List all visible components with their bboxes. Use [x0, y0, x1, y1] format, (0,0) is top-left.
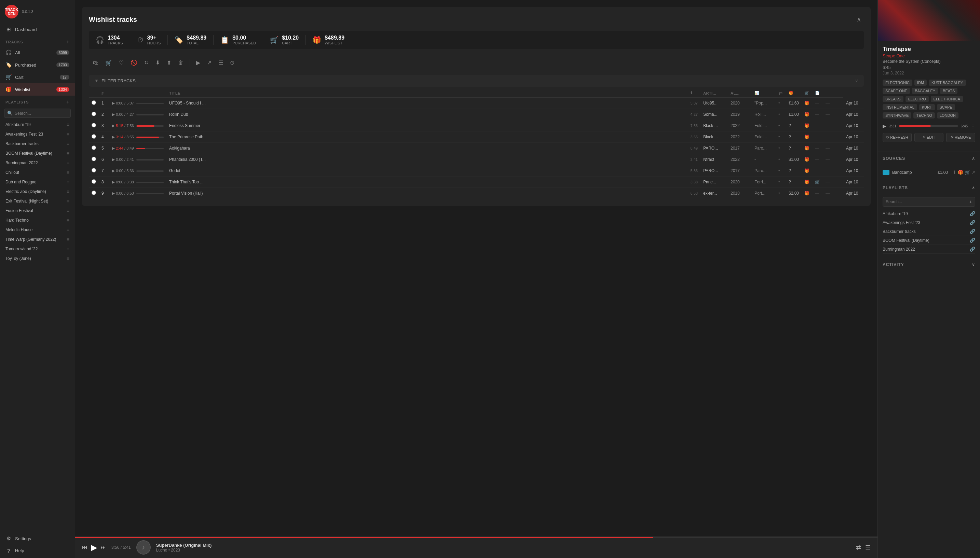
tag[interactable]: ELECTRO: [906, 96, 929, 102]
rp-playlist-item[interactable]: Afrikaburn '19 🔗: [883, 209, 975, 218]
sidebar-item-purchased[interactable]: 🏷️ Purchased 1703: [0, 59, 75, 71]
row-dl-button[interactable]: —: [823, 98, 844, 109]
row-radio[interactable]: [92, 146, 96, 150]
tag[interactable]: BAGGALEY: [912, 88, 938, 94]
rp-playlist-item[interactable]: Burningman 2022 🔗: [883, 245, 975, 254]
remove-track-button[interactable]: ✕ REMOVE: [946, 133, 975, 142]
col-header-album[interactable]: AL...: [728, 88, 752, 98]
row-stats-icon[interactable]: •: [776, 188, 786, 199]
collapse-panel-button[interactable]: ∧: [854, 14, 864, 25]
playlist-item[interactable]: Exit Festival (Night Set) ≡: [0, 196, 75, 206]
row-stats-icon[interactable]: •: [776, 177, 786, 188]
row-stats-icon[interactable]: •: [776, 109, 786, 120]
row-dl-button[interactable]: —: [823, 165, 844, 177]
tag[interactable]: INSTRUMENTAL: [883, 104, 917, 110]
player-progress-bar[interactable]: [75, 537, 878, 538]
playlist-item[interactable]: Electric Zoo (Daytime) ≡: [0, 187, 75, 196]
edit-track-button[interactable]: ✎ EDIT: [914, 133, 944, 142]
row-cart-button[interactable]: —: [812, 165, 823, 177]
row-dl-button[interactable]: —: [823, 120, 844, 131]
row-radio[interactable]: [92, 157, 96, 161]
row-stats-icon[interactable]: •: [776, 143, 786, 154]
row-gift-button[interactable]: 🎁: [802, 165, 812, 177]
tag[interactable]: KURT: [919, 104, 935, 110]
playlist-item[interactable]: Fusion Festival ≡: [0, 206, 75, 215]
add-to-wishlist-button[interactable]: 🛍: [90, 58, 101, 68]
prev-button[interactable]: ⏮: [82, 544, 87, 550]
next-button[interactable]: ⏭: [100, 544, 106, 550]
row-checkbox-cell[interactable]: [89, 177, 99, 188]
rp-playlist-search[interactable]: +: [883, 197, 975, 207]
row-stats-icon[interactable]: •: [776, 120, 786, 131]
rp-playlist-item[interactable]: Backburner tracks 🔗: [883, 227, 975, 236]
row-play-button[interactable]: ▶: [112, 112, 115, 117]
heart-button[interactable]: ♡: [116, 57, 127, 68]
row-artist[interactable]: Black ...: [700, 131, 728, 143]
row-cart-button[interactable]: —: [812, 154, 823, 165]
playlist-item-melodic-house[interactable]: Melodic House ≡: [0, 225, 75, 235]
row-cart-button[interactable]: —: [812, 98, 823, 109]
tag[interactable]: KURT BAGGALEY: [929, 80, 966, 86]
row-play-button[interactable]: ▶: [112, 123, 115, 128]
playlist-item[interactable]: Burningman 2022 ≡: [0, 158, 75, 168]
row-play-button[interactable]: ▶: [112, 168, 115, 173]
row-gift-button[interactable]: 🎁: [802, 143, 812, 154]
row-gift-button[interactable]: 🎁: [802, 177, 812, 188]
playlist-search-box[interactable]: 🔍: [4, 108, 71, 118]
np-play-button[interactable]: ▶: [883, 123, 886, 129]
np-progress-bar[interactable]: [899, 125, 958, 127]
playlist-item[interactable]: ToyToy (June) ≡: [0, 254, 75, 263]
tag[interactable]: SYNTHWAVE: [883, 112, 911, 118]
row-cart-button[interactable]: 🛒: [812, 177, 823, 188]
row-artist[interactable]: ex-ter...: [700, 188, 728, 199]
row-artist[interactable]: Soma...: [700, 109, 728, 120]
sidebar-item-all[interactable]: 🎧 All 3099: [0, 46, 75, 59]
playlist-item[interactable]: Dub and Reggae ≡: [0, 177, 75, 187]
playlist-item[interactable]: Hard Techno ≡: [0, 215, 75, 225]
row-radio[interactable]: [92, 190, 96, 195]
row-checkbox-cell[interactable]: [89, 109, 99, 120]
row-checkbox-cell[interactable]: [89, 98, 99, 109]
add-to-playlist-button[interactable]: +: [969, 199, 972, 205]
tag[interactable]: SCAPE ONE: [883, 88, 910, 94]
row-play-button[interactable]: ▶: [112, 157, 115, 162]
navigate-button[interactable]: ⊙: [227, 57, 237, 68]
row-checkbox-cell[interactable]: [89, 154, 99, 165]
row-gift-button[interactable]: 🎁: [802, 109, 812, 120]
tag[interactable]: ELECTRONIC: [883, 80, 913, 86]
play-pause-button[interactable]: ▶: [91, 543, 97, 552]
add-track-button[interactable]: +: [66, 39, 69, 45]
sidebar-item-dashboard[interactable]: ⊞ Dashboard: [0, 23, 75, 36]
row-artist[interactable]: Panc...: [700, 177, 728, 188]
delete-button[interactable]: 🗑: [175, 58, 186, 68]
row-artist[interactable]: Nfract: [700, 154, 728, 165]
row-radio[interactable]: [92, 100, 96, 105]
shuffle-button[interactable]: ⇄: [856, 544, 861, 551]
share-button[interactable]: ↗: [204, 57, 214, 68]
row-artist[interactable]: Ufo95...: [700, 98, 728, 109]
refresh-button[interactable]: ↻: [141, 57, 151, 68]
queue-button[interactable]: ☰: [865, 544, 871, 551]
sources-header[interactable]: SOURCES ∧: [878, 152, 980, 165]
sidebar-item-wishlist[interactable]: 🎁 Wishlist 1304: [0, 83, 75, 95]
sidebar-item-settings[interactable]: ⚙ Settings: [0, 532, 75, 545]
col-header-artist[interactable]: ARTI...: [700, 88, 728, 98]
col-header-title[interactable]: TITLE: [166, 88, 688, 98]
row-artist[interactable]: PARO...: [700, 165, 728, 177]
row-checkbox-cell[interactable]: [89, 131, 99, 143]
tag[interactable]: BREAKS: [883, 96, 903, 102]
row-radio[interactable]: [92, 123, 96, 127]
source-download-icon[interactable]: ⬇: [953, 170, 957, 175]
row-radio[interactable]: [92, 134, 96, 139]
move-to-cart-button[interactable]: 🛒: [102, 57, 115, 68]
row-gift-button[interactable]: 🎁: [802, 98, 812, 109]
row-gift-button[interactable]: 🎁: [802, 154, 812, 165]
row-cart-button[interactable]: —: [812, 131, 823, 143]
filter-bar[interactable]: ▼ FILTER TRACKS ∨: [89, 75, 864, 87]
row-radio[interactable]: [92, 179, 96, 184]
download-button[interactable]: ⬇: [153, 57, 163, 68]
tag[interactable]: LONDON: [937, 112, 959, 118]
row-dl-button[interactable]: —: [823, 188, 844, 199]
row-play-button[interactable]: ▶: [112, 135, 115, 140]
tag[interactable]: BEATS: [940, 88, 957, 94]
